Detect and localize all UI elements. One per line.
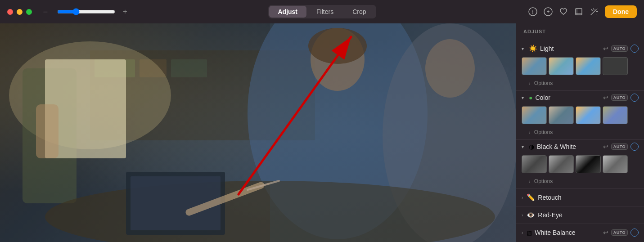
color-auto-badge[interactable]: AUTO bbox=[611, 94, 628, 101]
retouch-label: Retouch bbox=[538, 194, 561, 201]
light-thumb-1[interactable] bbox=[522, 57, 547, 75]
color-options-row[interactable]: › Options bbox=[516, 127, 644, 139]
done-button[interactable]: Done bbox=[605, 5, 637, 18]
color-thumb-1[interactable] bbox=[522, 106, 547, 124]
share-icon[interactable]: + bbox=[544, 7, 553, 16]
light-options-row[interactable]: › Options bbox=[516, 78, 644, 90]
magic-icon[interactable] bbox=[590, 7, 599, 16]
bw-halftone-icon: ◑ bbox=[529, 143, 534, 150]
tab-filters[interactable]: Filters bbox=[307, 6, 342, 18]
color-thumb-3[interactable] bbox=[576, 106, 601, 124]
light-thumb-4[interactable] bbox=[603, 57, 628, 75]
traffic-lights bbox=[7, 9, 32, 15]
bw-actions: ↩ AUTO bbox=[603, 143, 639, 151]
wb-toggle[interactable] bbox=[630, 229, 639, 237]
minimize-button[interactable] bbox=[17, 9, 23, 15]
bw-options-label: Options bbox=[534, 178, 553, 184]
bw-thumb-2[interactable] bbox=[549, 155, 574, 173]
svg-text:+: + bbox=[546, 9, 549, 15]
color-options-chevron-icon: › bbox=[529, 130, 530, 135]
color-circle-icon: ● bbox=[529, 94, 532, 101]
crop-icon[interactable] bbox=[574, 7, 583, 16]
light-thumbnails bbox=[516, 55, 644, 78]
color-toggle[interactable] bbox=[630, 94, 639, 102]
light-chevron-icon: ▾ bbox=[522, 46, 527, 51]
wb-label: White Balance bbox=[535, 229, 603, 236]
retouch-chevron-icon: › bbox=[522, 195, 523, 200]
nav-tabs: Adjust Filters Crop bbox=[268, 5, 376, 18]
redeye-section[interactable]: › 👁️ Red-Eye bbox=[516, 206, 644, 224]
light-options-label: Options bbox=[534, 80, 553, 86]
bw-section-header[interactable]: ▾ ◑ Black & White ↩ AUTO bbox=[516, 140, 644, 153]
color-section-title: Color bbox=[535, 94, 603, 101]
svg-rect-11 bbox=[171, 59, 207, 77]
window-plus-button[interactable]: + bbox=[119, 8, 131, 16]
bw-section: ▾ ◑ Black & White ↩ AUTO › Options bbox=[516, 139, 644, 188]
color-thumb-2[interactable] bbox=[549, 106, 574, 124]
bw-options-row[interactable]: › Options bbox=[516, 176, 644, 188]
svg-rect-20 bbox=[36, 104, 59, 158]
svg-text:i: i bbox=[532, 9, 534, 15]
bw-thumb-1[interactable] bbox=[522, 155, 547, 173]
wb-section[interactable]: › ▧ White Balance ↩ AUTO bbox=[516, 224, 644, 241]
color-thumb-4[interactable] bbox=[603, 106, 628, 124]
redeye-label: Red-Eye bbox=[538, 211, 562, 219]
tab-adjust[interactable]: Adjust bbox=[269, 6, 306, 18]
wb-grid-icon: ▧ bbox=[527, 229, 532, 236]
window-controls: – + bbox=[39, 8, 131, 16]
light-section-title: Light bbox=[540, 45, 603, 52]
light-actions: ↩ AUTO bbox=[603, 45, 639, 53]
info-icon[interactable]: i bbox=[528, 7, 537, 16]
color-actions: ↩ AUTO bbox=[603, 94, 639, 102]
bw-toggle[interactable] bbox=[630, 143, 639, 151]
light-section: ▾ ☀️ Light ↩ AUTO › Options bbox=[516, 42, 644, 90]
photo-area bbox=[0, 23, 516, 242]
main-area: ADJUST ▾ ☀️ Light ↩ AUTO › bbox=[0, 23, 644, 242]
close-button[interactable] bbox=[7, 9, 13, 15]
titlebar: – + Adjust Filters Crop i + bbox=[0, 0, 644, 23]
bw-options-chevron-icon: › bbox=[529, 179, 530, 184]
wb-chevron-icon: › bbox=[522, 230, 523, 235]
svg-rect-4 bbox=[576, 9, 582, 15]
color-section: ▾ ● Color ↩ AUTO › Options bbox=[516, 90, 644, 139]
window-minus-button[interactable]: – bbox=[39, 8, 52, 16]
bw-thumb-4[interactable] bbox=[603, 155, 628, 173]
wb-actions: ↩ AUTO bbox=[603, 229, 639, 237]
light-thumb-2[interactable] bbox=[549, 57, 574, 75]
light-toggle[interactable] bbox=[630, 45, 639, 53]
retouch-pencil-icon: ✏️ bbox=[527, 193, 535, 202]
heart-icon[interactable] bbox=[559, 7, 568, 16]
tab-crop[interactable]: Crop bbox=[343, 6, 375, 18]
bw-section-title: Black & White bbox=[537, 143, 603, 150]
panel-title: ADJUST bbox=[516, 23, 644, 38]
svg-rect-26 bbox=[270, 23, 516, 242]
light-auto-badge[interactable]: AUTO bbox=[611, 45, 628, 52]
redeye-eye-icon: 👁️ bbox=[527, 211, 535, 219]
wb-auto-badge[interactable]: AUTO bbox=[611, 229, 628, 236]
light-undo-icon[interactable]: ↩ bbox=[603, 45, 608, 52]
light-thumb-3[interactable] bbox=[576, 57, 601, 75]
bw-thumb-3[interactable] bbox=[576, 155, 601, 173]
bw-chevron-icon: ▾ bbox=[522, 144, 527, 149]
color-thumbnails bbox=[516, 104, 644, 127]
color-chevron-icon: ▾ bbox=[522, 95, 527, 100]
light-section-header[interactable]: ▾ ☀️ Light ↩ AUTO bbox=[516, 42, 644, 55]
maximize-button[interactable] bbox=[26, 9, 32, 15]
wb-undo-icon[interactable]: ↩ bbox=[603, 229, 608, 236]
panel-divider bbox=[523, 38, 637, 38]
light-sun-icon: ☀️ bbox=[529, 45, 537, 53]
titlebar-right: i + Done bbox=[528, 5, 637, 18]
color-undo-icon[interactable]: ↩ bbox=[603, 94, 608, 101]
right-panel: ADJUST ▾ ☀️ Light ↩ AUTO › bbox=[516, 23, 644, 242]
color-section-header[interactable]: ▾ ● Color ↩ AUTO bbox=[516, 91, 644, 104]
bw-thumbnails bbox=[516, 153, 644, 176]
zoom-slider[interactable] bbox=[57, 8, 115, 15]
bw-auto-badge[interactable]: AUTO bbox=[611, 143, 628, 150]
color-options-label: Options bbox=[534, 129, 553, 135]
photo-background bbox=[0, 23, 516, 242]
retouch-section[interactable]: › ✏️ Retouch bbox=[516, 188, 644, 206]
bw-undo-icon[interactable]: ↩ bbox=[603, 143, 608, 150]
redeye-chevron-icon: › bbox=[522, 213, 523, 218]
options-chevron-icon: › bbox=[529, 81, 530, 86]
